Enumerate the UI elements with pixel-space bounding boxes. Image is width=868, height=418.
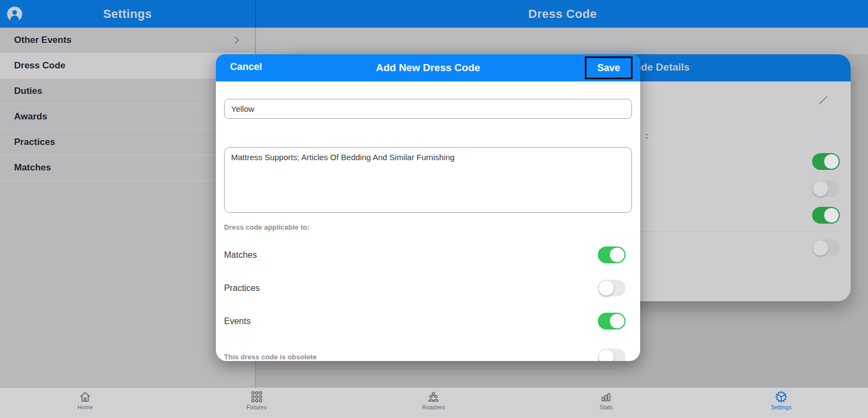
tab-settings[interactable]: Settings (771, 390, 792, 410)
bottom-tab-bar: Home Fixtures Roasters (0, 387, 868, 418)
stats-icon (599, 390, 613, 404)
matches-toggle[interactable] (598, 246, 626, 263)
tab-label: Fixtures (246, 404, 266, 410)
modal-header: Cancel Add New Dress Code Save (216, 54, 640, 81)
details-toggle-4[interactable] (812, 239, 840, 256)
matches-label: Matches (224, 250, 257, 260)
sidebar-item-label: Matches (14, 162, 51, 173)
content-top-strip (256, 28, 868, 54)
sidebar-item-other-events[interactable]: Other Events (0, 28, 255, 53)
left-header-title: Settings (103, 7, 152, 21)
obsolete-label: This dress code is obsolete (224, 353, 317, 361)
chevron-right-icon (230, 34, 243, 47)
save-button[interactable]: Save (585, 56, 633, 79)
toggle-knob (598, 349, 614, 361)
applicable-to-label: Dress code applicable to: (224, 223, 310, 231)
obsolete-toggle[interactable] (598, 349, 626, 361)
tab-stats[interactable]: Stats (599, 390, 613, 410)
tab-fixtures[interactable]: Fixtures (246, 390, 266, 410)
tab-home[interactable]: Home (78, 390, 93, 410)
tab-roasters[interactable]: Roasters (422, 390, 445, 410)
details-toggle-3[interactable] (812, 207, 840, 224)
tab-label: Stats (599, 404, 613, 410)
events-toggle-row: Events (224, 313, 626, 330)
grid-icon (250, 390, 264, 404)
toggle-knob (824, 207, 839, 223)
toggle-knob (813, 181, 828, 197)
dress-code-name-input[interactable] (224, 99, 632, 119)
matches-toggle-row: Matches (224, 246, 626, 263)
tab-label: Home (78, 404, 93, 410)
toggle-knob (609, 313, 625, 329)
modal-title: Add New Dress Code (216, 62, 640, 74)
tab-label: Roasters (422, 404, 445, 410)
toggle-knob (824, 154, 839, 169)
toggle-knob (609, 247, 625, 263)
events-label: Events (224, 316, 251, 326)
right-header: Dress Code (255, 0, 868, 28)
edit-pencil-icon[interactable] (817, 93, 830, 106)
sidebar-item-label: Dress Code (14, 60, 65, 71)
events-toggle[interactable] (598, 313, 626, 330)
home-icon (78, 390, 92, 404)
profile-avatar-icon[interactable] (7, 7, 22, 22)
people-icon (426, 390, 441, 404)
dress-code-description-textarea[interactable]: Mattress Supports; Articles Of Bedding A… (224, 147, 632, 213)
sidebar-item-label: Other Events (14, 35, 72, 45)
tab-label: Settings (771, 404, 792, 410)
obsolete-toggle-row: This dress code is obsolete (224, 349, 626, 361)
left-header: Settings (0, 0, 255, 28)
practices-toggle-row: Practices (224, 280, 626, 296)
toggle-knob (813, 240, 828, 256)
sidebar-item-label: Awards (14, 111, 47, 122)
gear-icon (774, 390, 788, 404)
sidebar-item-label: Practices (14, 137, 55, 147)
right-header-title: Dress Code (528, 7, 597, 21)
details-toggle-1[interactable] (812, 153, 840, 170)
practices-toggle[interactable] (598, 280, 626, 296)
practices-label: Practices (224, 283, 260, 293)
sidebar-item-label: Duties (14, 86, 42, 96)
add-dress-code-modal: Cancel Add New Dress Code Save Mattress … (216, 54, 640, 361)
clipped-label-fragment: : (646, 131, 648, 140)
details-toggle-2[interactable] (812, 180, 840, 197)
app-root: Settings Dress Code Other Events Dress C… (0, 0, 868, 418)
toggle-knob (598, 280, 614, 296)
